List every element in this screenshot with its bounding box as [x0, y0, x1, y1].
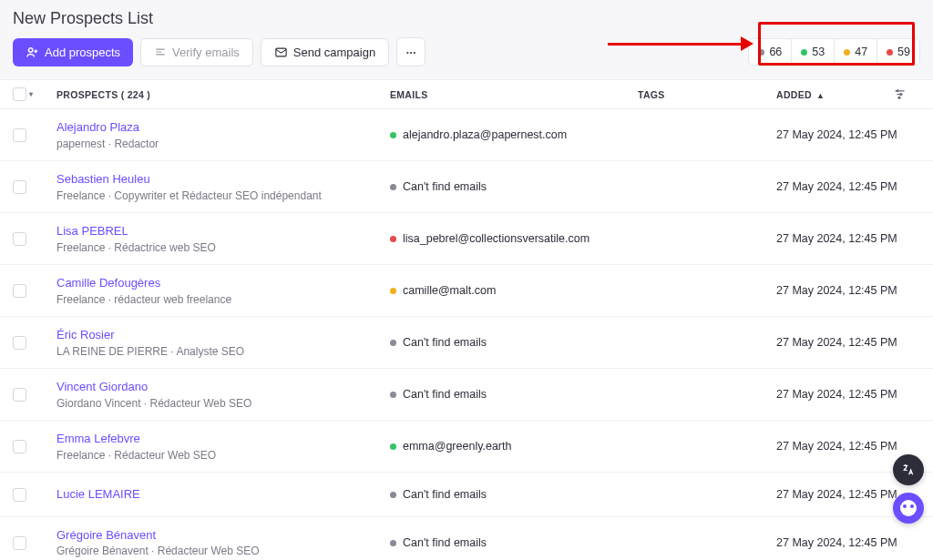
prospects-table: ▾ PROSPECTS ( 224 ) EMAILS TAGS ADDED ▲ [0, 79, 933, 560]
translate-icon [901, 463, 916, 477]
more-actions-button[interactable]: ··· [396, 37, 425, 66]
svg-point-2 [897, 90, 898, 92]
status-green[interactable]: 53 [791, 39, 834, 65]
email-status-dot-icon [390, 392, 396, 398]
table-row[interactable]: Emma Lefebvre Freelance · Rédacteur Web … [0, 421, 933, 473]
send-campaign-label: Send campaign [293, 46, 375, 59]
status-gray[interactable]: 66 [749, 39, 791, 65]
table-row[interactable]: Vincent Giordano Giordano Vincent · Réda… [0, 369, 933, 421]
dot-gray-icon [758, 49, 764, 56]
chevron-down-icon[interactable]: ▾ [29, 90, 33, 98]
translate-button[interactable] [893, 454, 924, 485]
prospect-added-date: 27 May 2024, 12:45 PM [776, 488, 893, 501]
email-status-dot-icon [390, 184, 396, 190]
table-row[interactable]: Éric Rosier LA REINE DE PIERRE · Analyst… [0, 317, 933, 369]
prospect-added-date: 27 May 2024, 12:45 PM [776, 128, 893, 141]
table-header-row: ▾ PROSPECTS ( 224 ) EMAILS TAGS ADDED ▲ [0, 80, 933, 109]
prospect-subtitle: Freelance · Copywriter et Rédacteur SEO … [56, 189, 322, 202]
prospect-subtitle: Grégoire Bénavent · Rédacteur Web SEO [56, 545, 260, 557]
status-gray-count: 66 [769, 46, 782, 58]
row-checkbox[interactable] [13, 336, 26, 350]
status-yellow[interactable]: 47 [834, 39, 877, 65]
prospect-name-link[interactable]: Lucie LEMAIRE [56, 487, 390, 502]
prospect-name-link[interactable]: Sebastien Heuleu [56, 172, 390, 187]
prospect-name-link[interactable]: Camille Defougères [56, 276, 390, 290]
prospect-added-date: 27 May 2024, 12:45 PM [776, 536, 893, 549]
prospect-email: Can't find emails [403, 488, 487, 501]
verify-emails-button[interactable]: Verify emails [140, 38, 253, 66]
prospect-email: Can't find emails [403, 388, 487, 401]
prospect-email: lisa_pebrel@collectionsversatile.com [403, 232, 590, 245]
row-checkbox[interactable] [13, 284, 26, 298]
prospect-name-link[interactable]: Éric Rosier [56, 328, 390, 342]
email-status-dot-icon [390, 443, 396, 450]
prospect-name-link[interactable]: Alejandro Plaza [56, 120, 390, 135]
user-plus-icon [26, 46, 39, 59]
email-status-dot-icon [390, 540, 396, 546]
add-prospects-label: Add prospects [45, 46, 120, 59]
page-title: New Prospects List [13, 9, 920, 28]
dot-red-icon [887, 49, 893, 56]
prospect-subtitle: Freelance · rédacteur web freelance [56, 293, 231, 306]
status-yellow-count: 47 [855, 46, 867, 58]
table-row[interactable]: Grégoire Bénavent Grégoire Bénavent · Ré… [0, 517, 933, 560]
col-added-label[interactable]: ADDED [776, 89, 812, 100]
table-row[interactable]: Sebastien Heuleu Freelance · Copywriter … [0, 161, 933, 213]
chat-bot-icon [900, 500, 917, 516]
prospect-added-date: 27 May 2024, 12:45 PM [776, 284, 893, 297]
email-status-dot-icon [390, 288, 396, 294]
table-row[interactable]: Alejandro Plaza papernest · Redactor ale… [0, 109, 933, 161]
dot-yellow-icon [844, 49, 850, 56]
send-campaign-button[interactable]: Send campaign [261, 38, 389, 66]
email-status-dot-icon [390, 340, 396, 346]
select-all-checkbox[interactable] [13, 87, 26, 101]
prospect-email: camille@malt.com [403, 284, 496, 297]
status-green-count: 53 [812, 46, 825, 58]
sort-asc-icon[interactable]: ▲ [816, 91, 825, 100]
table-row[interactable]: Camille Defougères Freelance · rédacteur… [0, 265, 933, 317]
col-tags-label[interactable]: TAGS [638, 89, 776, 100]
filter-icon[interactable] [893, 87, 918, 101]
prospect-subtitle: LA REINE DE PIERRE · Analyste SEO [56, 345, 244, 358]
prospect-email: alejandro.plaza@papernest.com [403, 128, 567, 141]
row-checkbox[interactable] [13, 388, 26, 402]
prospect-email: Can't find emails [403, 536, 487, 549]
prospect-added-date: 27 May 2024, 12:45 PM [776, 440, 893, 453]
prospect-subtitle: papernest · Redactor [56, 137, 159, 150]
prospect-subtitle: Giordano Vincent · Rédacteur Web SEO [56, 397, 251, 410]
row-checkbox[interactable] [13, 128, 26, 142]
prospect-name-link[interactable]: Lisa PEBREL [56, 224, 390, 239]
row-checkbox[interactable] [13, 488, 26, 502]
prospect-name-link[interactable]: Grégoire Bénavent [56, 528, 390, 543]
table-row[interactable]: Lisa PEBREL Freelance · Rédactrice web S… [0, 213, 933, 265]
prospect-added-date: 27 May 2024, 12:45 PM [776, 336, 893, 349]
svg-point-0 [28, 47, 32, 51]
prospect-added-date: 27 May 2024, 12:45 PM [776, 180, 893, 193]
toolbar-left: Add prospects Verify emails Send campaig… [13, 37, 425, 66]
prospect-name-link[interactable]: Vincent Giordano [56, 380, 390, 394]
envelope-icon [274, 46, 288, 59]
col-emails-label[interactable]: EMAILS [390, 89, 638, 100]
col-prospects-label[interactable]: PROSPECTS [56, 89, 118, 100]
prospect-name-link[interactable]: Emma Lefebvre [56, 432, 390, 446]
more-icon: ··· [406, 46, 416, 59]
email-status-dot-icon [390, 236, 396, 242]
row-checkbox[interactable] [13, 440, 26, 453]
row-checkbox[interactable] [13, 232, 26, 246]
row-checkbox[interactable] [13, 180, 26, 194]
status-red[interactable]: 59 [877, 39, 919, 65]
row-checkbox[interactable] [13, 536, 26, 550]
add-prospects-button[interactable]: Add prospects [13, 38, 133, 66]
prospect-added-date: 27 May 2024, 12:45 PM [776, 232, 893, 245]
prospect-subtitle: Freelance · Rédactrice web SEO [56, 241, 216, 254]
table-row[interactable]: Lucie LEMAIRE Can't find emails 27 May 2… [0, 473, 933, 517]
email-status-dot-icon [390, 132, 396, 138]
chat-button[interactable] [893, 493, 924, 524]
prospect-email: emma@greenly.earth [403, 440, 511, 453]
verify-emails-label: Verify emails [172, 46, 240, 59]
verify-icon [154, 46, 167, 58]
status-counts: 66 53 47 59 [748, 38, 920, 66]
svg-point-4 [898, 97, 900, 98]
status-red-count: 59 [897, 46, 910, 58]
prospect-email: Can't find emails [403, 336, 487, 349]
